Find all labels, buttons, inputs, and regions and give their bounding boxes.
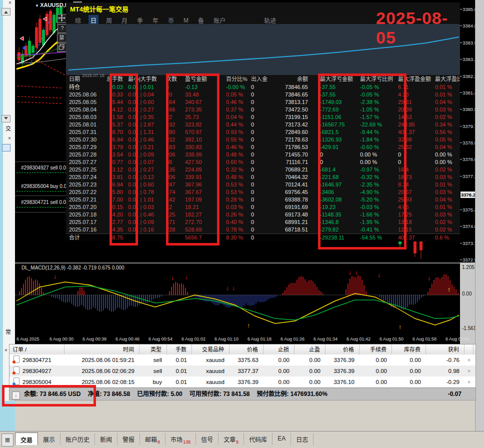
summary-segment: 已用预付款: 5.00: [137, 390, 182, 398]
dock-close-icon[interactable]: ×: [8, 136, 11, 141]
stats-cell: 2025.08.06: [66, 91, 100, 98]
order-cell-commission: 0.00: [360, 354, 392, 366]
orders-col-header[interactable]: 手续费: [360, 344, 392, 354]
time-tick: 6 Aug 01:02: [182, 336, 206, 342]
stats-cell: 0.05 %: [433, 136, 460, 144]
orders-col-header[interactable]: 价格: [326, 344, 360, 354]
terminal-tab-新闻[interactable]: 新闻: [95, 433, 118, 445]
terminal-tabs: 交易展示账户历史新闻警报邮箱8市场135信号文章5代码库EA日志: [15, 433, 314, 445]
dock-close-icon[interactable]: ×: [8, 0, 12, 6]
close-order-icon[interactable]: ×: [464, 366, 474, 376]
terminal-tab-账户历史[interactable]: 账户历史: [60, 433, 95, 445]
stats-cell: 68991.21: [273, 218, 309, 226]
stats-cell: 70124.41: [273, 181, 309, 188]
orders-col-header[interactable]: 交易品种: [192, 344, 230, 354]
stats-cell: 2025.07.30: [66, 136, 100, 144]
stats-cell: 69191.69: [273, 204, 309, 211]
orders-col-header[interactable]: 止损: [264, 344, 294, 354]
orders-col-header[interactable]: 手数: [167, 344, 192, 354]
stats-cell: 0: [248, 181, 273, 188]
orders-col-header[interactable]: 订单 /: [10, 344, 64, 354]
terminal-tab-日志[interactable]: 日志: [291, 433, 314, 445]
orders-col-header[interactable]: [464, 344, 474, 354]
orders-col-header[interactable]: 时间: [64, 344, 140, 354]
stats-cell: 2025.07.20: [66, 204, 100, 211]
terminal-tab-市场[interactable]: 市场135: [166, 433, 196, 445]
terminal-tab-文章[interactable]: 文章5: [218, 433, 244, 445]
close-order-icon[interactable]: ×: [464, 376, 474, 388]
time-tick: 6 Aug 01:26: [280, 336, 304, 342]
order-row[interactable]: 2983049272025.08.06 02:06:29sell0.01xauu…: [10, 366, 476, 376]
stats-cell: 2025.07.31: [66, 128, 100, 136]
price-axis[interactable]: 3385.653384.803383.953383.103382.253381.…: [460, 0, 475, 262]
stats-cell: 0.01 %: [433, 84, 460, 91]
stats-cell: 0: [248, 114, 273, 121]
orders-col-header[interactable]: 止盈: [294, 344, 326, 354]
stats-cell: 0: [248, 144, 273, 151]
stats-cell: 73813.17: [273, 98, 309, 106]
close-order-icon[interactable]: ×: [464, 354, 474, 366]
window-right-strip: [475, 0, 484, 448]
order-row[interactable]: 2983047212025.08.06 01:59:21sell0.01xauu…: [10, 354, 476, 366]
dock-handle-icon[interactable]: ▦: [2, 434, 14, 446]
stats-cell: [273, 234, 309, 242]
terminal-tab-EA[interactable]: EA: [272, 433, 291, 445]
order-cell-lots: 0.01: [167, 354, 192, 366]
order-cell-price2: 3376.39: [326, 354, 360, 366]
divider: [15, 212, 66, 212]
col-header: 日期: [66, 76, 100, 83]
stats-cell: 0.04 %: [433, 98, 460, 106]
orders-table-header[interactable]: 订单 /时间类型手数交易品种价格止损止盈价格手续费库存费获利: [10, 344, 476, 354]
orders-col-header[interactable]: 获利: [426, 344, 464, 354]
order-cell-time: 2025.08.06 02:06:29: [64, 366, 140, 376]
scroll-down-button[interactable]: [2, 115, 10, 122]
date-overlay-label: 2025-08-05: [376, 8, 460, 48]
stats-cell: 0.26 %: [222, 211, 248, 218]
orders-col-header[interactable]: 类型: [140, 344, 167, 354]
statistics-panel-title: MT4统计每一笔交易: [70, 4, 128, 14]
stats-cell: 0.04 %: [433, 196, 460, 204]
summary-segment: 预付款比例: 1476931.60%: [257, 390, 328, 398]
trade-line-label: #298305004 buy 0.0: [21, 184, 66, 189]
dock-tab-trade[interactable]: 交: [6, 124, 11, 132]
order-cell-tp: 0.00: [294, 354, 326, 366]
time-tick: 6 Aug 00:30: [50, 336, 74, 342]
terminal-tab-展示[interactable]: 展示: [38, 433, 60, 445]
stats-tab-M[interactable]: M: [182, 16, 190, 25]
terminal-tab-信号[interactable]: 信号: [196, 433, 218, 445]
order-cell-type: buy: [140, 376, 167, 388]
terminal-tab-代码库[interactable]: 代码库: [244, 433, 272, 445]
annotation-box-total-lots: [110, 74, 138, 246]
dock-tab-common[interactable]: 常: [6, 328, 11, 336]
time-axis[interactable]: 6 Aug 20256 Aug 00:306 Aug 00:386 Aug 00…: [15, 334, 460, 344]
orders-col-header[interactable]: 价格: [230, 344, 264, 354]
order-cell-type: sell: [140, 366, 167, 376]
stats-cell: 71116.71: [273, 158, 309, 166]
move-tool-icon[interactable]: [57, 14, 66, 23]
stats-cell: 0.05 %: [222, 91, 248, 98]
terminal-tab-邮箱[interactable]: 邮箱8: [140, 433, 166, 445]
orders-col-header[interactable]: 库存费: [392, 344, 426, 354]
stats-cell: 2025.07.18: [66, 211, 100, 218]
stats-cell: 0: [248, 204, 273, 211]
macd-subwindow[interactable]: DL_MACD(12,26,9) -0.382 -0.719 0.675 0.0…: [15, 262, 460, 336]
stats-cell: 2025.07.28: [66, 151, 100, 158]
terminal-close-icon[interactable]: ×: [4, 348, 8, 353]
order-type-icon: [14, 366, 20, 374]
stats-cell: 2025.08.05: [66, 98, 100, 106]
stats-cell: 0: [248, 234, 273, 242]
time-tick: 6 Aug 00:46: [116, 336, 140, 342]
order-cell-tp: 0.00: [294, 366, 326, 376]
order-cell-sl: 0.00: [264, 354, 294, 366]
terminal-tab-警报[interactable]: 警报: [118, 433, 140, 445]
window-restore-icon[interactable]: [57, 43, 66, 52]
tab-badge: 5: [236, 440, 238, 444]
calendar-icon[interactable]: [2, 144, 10, 152]
terminal-tab-交易[interactable]: 交易: [15, 432, 38, 445]
scroll-up-button[interactable]: [2, 8, 10, 16]
stats-cell: 0.28 %: [222, 196, 248, 204]
time-tick: 6 Aug 01:58: [412, 336, 436, 342]
chevron-up-icon: [4, 9, 8, 14]
stats-cell: 2025.07.17: [66, 218, 100, 226]
forbid-icon[interactable]: 禁: [57, 34, 66, 42]
